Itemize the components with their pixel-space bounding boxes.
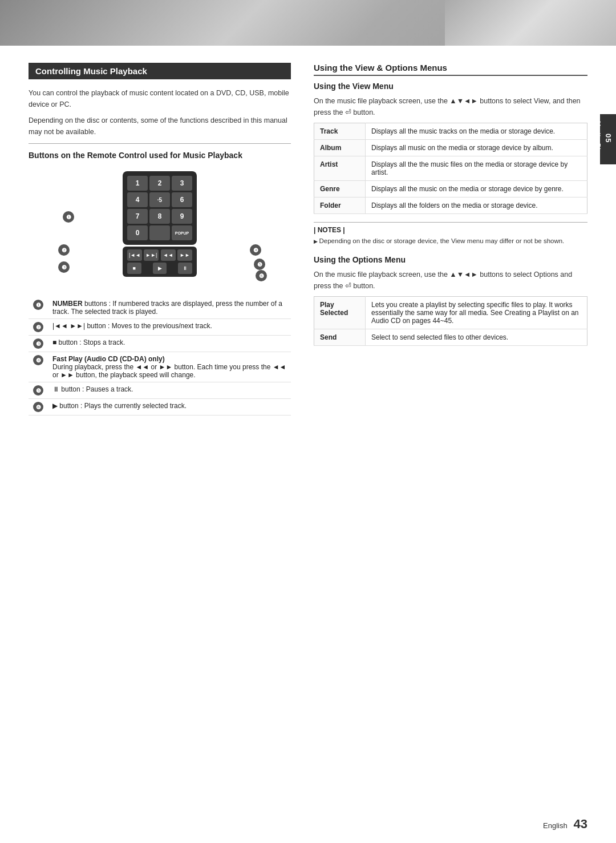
options-desc-send: Select to send selected files to other d… [366, 329, 587, 346]
view-menu-intro: On the music file playback screen, use t… [314, 95, 587, 118]
legend-desc-3: ■ button : Stops a track. [48, 336, 291, 352]
footer-lang: English [543, 821, 568, 830]
btn-play: ▶ [153, 263, 167, 274]
callout-1: ❶ [63, 211, 74, 223]
options-label-play-selected: Play Selected [314, 297, 366, 329]
footer-page: 43 [574, 817, 587, 831]
options-desc-play-selected: Lets you create a playlist by selecting … [366, 297, 587, 329]
options-row-send: Send Select to send selected files to ot… [314, 329, 587, 346]
callout-4: ❹ [250, 244, 261, 256]
legend-text-4: During playback, press the ◄◄ or ►► butt… [52, 363, 286, 379]
legend-num-2: ❷ [29, 319, 48, 336]
transport-row-top: |◄◄ ►►| ◄◄ ►► [127, 249, 192, 261]
btn-stop: ■ [127, 263, 141, 274]
callout-3: ❸ [58, 261, 70, 273]
numpad: 1 2 3 4 ·5 6 7 8 9 0 POPUP [123, 171, 197, 245]
play-icon: ▶ [52, 402, 58, 410]
legend-bold-1: NUMBER [52, 300, 83, 308]
btn-rew: ◄◄ [161, 249, 176, 261]
view-menu-title: Using the View Menu [314, 82, 587, 91]
view-row-track: Track Displays all the music tracks on t… [314, 123, 587, 140]
right-column: Using the View & Options Menus Using the… [314, 63, 587, 416]
options-menu-title: Using the Options Menu [314, 255, 587, 264]
fast-play-label: Fast Play (Audio CD (CD-DA) only) [52, 355, 165, 363]
legend-text-5: button : Pauses a track. [61, 385, 133, 393]
key-0: 0 [127, 225, 148, 240]
key-8: 8 [149, 209, 170, 224]
view-desc-genre: Displays all the music on the media or s… [366, 181, 587, 197]
view-desc-folder: Displays all the folders on the media or… [366, 197, 587, 214]
legend-text-3: button : Stops a track. [59, 338, 125, 346]
legend-num-5: ❺ [29, 382, 48, 399]
view-desc-artist: Displays all the the music files on the … [366, 156, 587, 181]
key-9: 9 [172, 209, 192, 224]
legend-desc-1: NUMBER buttons : If numbered tracks are … [48, 297, 291, 319]
view-desc-track: Displays all the music tracks on the med… [366, 123, 587, 140]
view-label-folder: Folder [314, 197, 366, 214]
remote-body: 1 2 3 4 ·5 6 7 8 9 0 POPUP |◄◄ [108, 171, 211, 285]
options-table: Play Selected Lets you create a playlist… [314, 296, 587, 346]
key-4: 4 [127, 192, 148, 207]
callout-5: ❺ [254, 259, 265, 270]
key-popup: POPUP [172, 225, 192, 240]
key-6: 6 [172, 192, 192, 207]
key-7: 7 [127, 209, 148, 224]
btn-prev-track: |◄◄ [127, 249, 142, 261]
key-empty [149, 225, 170, 240]
divider [29, 143, 291, 144]
body-text-2: Depending on the disc or contents, some … [29, 115, 291, 138]
legend-desc-5: ⏸ button : Pauses a track. [48, 382, 291, 399]
options-label-send: Send [314, 329, 366, 346]
left-column: Controlling Music Playback You can contr… [29, 63, 291, 416]
options-menu-intro: On the music file playback screen, use t… [314, 269, 587, 292]
legend-num-3: ❸ [29, 336, 48, 352]
view-label-artist: Artist [314, 156, 366, 181]
btn-pause: ⏸ [178, 263, 192, 274]
notes-list: Depending on the disc or storage device,… [314, 236, 587, 246]
view-row-folder: Folder Displays all the folders on the m… [314, 197, 587, 214]
legend-num-4: ❹ [29, 352, 48, 382]
side-tab: 05 Media Play [600, 114, 616, 164]
notes-box: | NOTES | Depending on the disc or stora… [314, 222, 587, 246]
subsection-title: Buttons on the Remote Control used for M… [29, 151, 291, 160]
legend-row-5: ❺ ⏸ button : Pauses a track. [29, 382, 291, 399]
callout-2: ❷ [58, 244, 70, 256]
key-2: 2 [149, 176, 170, 191]
legend-num-6: ❻ [29, 399, 48, 416]
notes-item-1: Depending on the disc or storage device,… [314, 236, 587, 246]
legend-text-2: button : Moves to the previous/next trac… [87, 322, 212, 330]
key-3: 3 [172, 176, 192, 191]
transport-row-bot: ■ ▶ ⏸ [127, 263, 192, 274]
legend-text-1: buttons : If numbered tracks are display… [52, 300, 282, 316]
legend-desc-2: |◄◄ ►►| button : Moves to the previous/n… [48, 319, 291, 336]
callout-6: ❻ [256, 270, 267, 281]
prev-next-icon: |◄◄ ►►| [52, 322, 85, 330]
btn-ffw: ►► [177, 249, 192, 261]
legend-row-1: ❶ NUMBER buttons : If numbered tracks ar… [29, 297, 291, 319]
section-header-box: Controlling Music Playback [29, 63, 291, 79]
key-5: ·5 [149, 192, 170, 207]
legend-text-6: button : Plays the currently selected tr… [59, 402, 187, 410]
view-row-artist: Artist Displays all the the music files … [314, 156, 587, 181]
legend-table: ❶ NUMBER buttons : If numbered tracks ar… [29, 297, 291, 416]
footer: English 43 [543, 817, 587, 832]
options-row-play-selected: Play Selected Lets you create a playlist… [314, 297, 587, 329]
body-text-1: You can control the playback of music co… [29, 87, 291, 110]
legend-desc-6: ▶ button : Plays the currently selected … [48, 399, 291, 416]
legend-row-3: ❸ ■ button : Stops a track. [29, 336, 291, 352]
header-band [0, 0, 616, 46]
view-label-track: Track [314, 123, 366, 140]
remote-illustration: ❶ ❷ ❸ ❹ ❺ ❻ 1 2 3 4 ·5 6 7 8 9 0 [29, 166, 291, 291]
stop-icon: ■ [52, 338, 56, 346]
legend-num-1: ❶ [29, 297, 48, 319]
side-tab-label: Media Play [595, 121, 602, 158]
legend-row-6: ❻ ▶ button : Plays the currently selecte… [29, 399, 291, 416]
transport-section: |◄◄ ►►| ◄◄ ►► ■ ▶ ⏸ [123, 247, 197, 277]
right-section-title: Using the View & Options Menus [314, 63, 587, 76]
pause-icon: ⏸ [52, 385, 59, 393]
btn-next-track: ►►| [144, 249, 159, 261]
legend-row-2: ❷ |◄◄ ►►| button : Moves to the previous… [29, 319, 291, 336]
view-table: Track Displays all the music tracks on t… [314, 123, 587, 214]
view-row-genre: Genre Displays all the music on the medi… [314, 181, 587, 197]
section-title: Controlling Music Playback [35, 66, 147, 76]
